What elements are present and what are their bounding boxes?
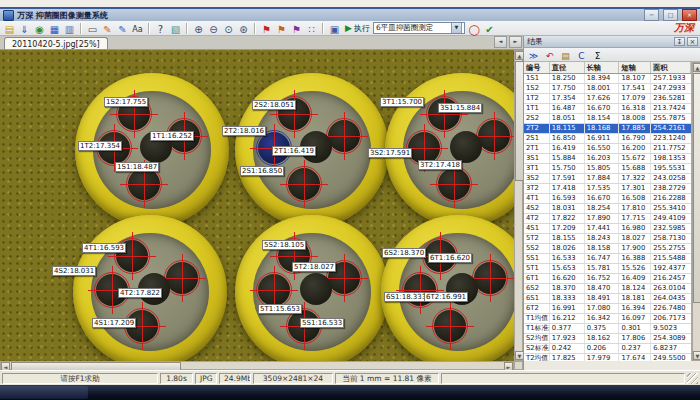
table-row[interactable]: 6S218.37018.47018.124263.0104 [524, 284, 691, 294]
table-row[interactable]: 3S115.88416.20315.672198.1353 [524, 154, 691, 164]
zone-label[interactable]: 2T2:18.016 [222, 126, 266, 136]
table-row[interactable]: 1T217.35417.62617.079236.5281 [524, 94, 691, 104]
zone-label[interactable]: 1T1:16.252 [150, 131, 194, 141]
measure-flag-2-icon[interactable]: ⚑ [274, 22, 289, 35]
circle-tool-icon[interactable]: ◯ [467, 22, 482, 35]
open-image-icon[interactable]: ▤ [2, 22, 17, 35]
zone-label[interactable]: 4T2:17.822 [118, 288, 162, 298]
table-row[interactable]: 2T116.41916.55016.200211.7752 [524, 144, 691, 154]
table-row[interactable]: 4T217.82217.89017.715249.4109 [524, 214, 691, 224]
image-adjust-icon[interactable]: ▧ [168, 22, 183, 35]
zone-label[interactable]: 6T1:16.620 [428, 253, 472, 263]
table-row[interactable]: 1S118.25018.39418.107257.1933 [524, 74, 691, 84]
zoom-out-icon[interactable]: ⊖ [206, 22, 221, 35]
table-row[interactable]: 6T116.62016.75216.409216.2457 [524, 274, 691, 284]
table-row[interactable]: 6T216.99117.08016.394226.7480 [524, 304, 691, 314]
mode-combobox[interactable]: 6平皿抑菌圈测定 ▼ [373, 22, 465, 34]
import-icon[interactable]: ⇓ [17, 22, 32, 35]
page-edit-icon[interactable]: ✎ [115, 22, 130, 35]
execute-button[interactable]: ▶ 执行 [345, 23, 370, 34]
panel-close-icon[interactable]: × [687, 37, 698, 46]
confirm-icon[interactable]: ✔ [482, 22, 497, 35]
table-row[interactable]: 5S218.02618.15817.900255.2755 [524, 244, 691, 254]
panel-scroll-up-icon[interactable]: ▲ [693, 63, 700, 72]
close-button[interactable]: × [682, 9, 697, 21]
chevron-down-icon[interactable]: ▼ [451, 22, 462, 34]
table-row[interactable]: 4T116.59316.67016.508216.2288 [524, 194, 691, 204]
save-icon[interactable]: ▦ [47, 22, 62, 35]
zone-label[interactable]: 1S1:18.487 [115, 162, 159, 172]
tab-scroll-right-icon[interactable]: ► [509, 36, 522, 48]
pin-icon[interactable]: ↧ [674, 37, 685, 46]
table-row[interactable]: 5T115.65315.78115.526192.4377 [524, 264, 691, 274]
print-icon[interactable]: ▭ [85, 22, 100, 35]
zone-label[interactable]: 4S2:18.031 [52, 266, 96, 276]
table-row[interactable]: 2S218.05118.15418.008255.7875 [524, 114, 691, 124]
statistics-sigma-icon[interactable]: Σ [591, 49, 604, 61]
resize-grip[interactable] [687, 373, 698, 384]
scatter-tool-icon[interactable]: ∷ [304, 22, 319, 35]
table-row[interactable]: 1S217.75018.00117.541247.2933 [524, 84, 691, 94]
document-tab[interactable]: 20110420-5.jpg[25%] [4, 37, 108, 49]
zoom-actual-icon[interactable]: ⊙ [221, 22, 236, 35]
table-row[interactable]: 5S116.53316.74716.388215.5488 [524, 254, 691, 264]
table-row[interactable]: 4S117.20917.44116.980232.5985 [524, 224, 691, 234]
table-row[interactable]: S2标准差0.2420.2060.2376.8237 [524, 344, 691, 354]
table-row[interactable]: 1T116.48716.67016.318213.7424 [524, 104, 691, 114]
table-row[interactable]: S2均值17.92318.16217.806254.3089 [524, 334, 691, 344]
panel-scrollbar[interactable]: ▲ ▼ [692, 62, 700, 361]
text-tool-icon[interactable]: Aa [130, 22, 145, 35]
zone-label[interactable]: 3T2:17.418 [418, 160, 462, 170]
table-row[interactable]: T1标准差0.3770.3750.3019.5023 [524, 324, 691, 334]
maximize-button[interactable]: □ [663, 9, 678, 21]
zone-label[interactable]: 4T1:16.593 [82, 243, 126, 253]
undo-icon[interactable]: ↶ [543, 49, 556, 61]
zone-label[interactable]: 5S2:18.105 [262, 240, 306, 250]
screen-tool-icon[interactable]: ▣ [327, 22, 342, 35]
table-row[interactable]: 3T217.41817.53517.301238.2729 [524, 184, 691, 194]
table-row[interactable]: 3S217.59117.88417.322243.0258 [524, 174, 691, 184]
image-horizontal-scrollbar[interactable]: ◄ ► [0, 361, 514, 370]
zone-label[interactable]: 3S1:15.884 [438, 103, 482, 113]
save-as-icon[interactable]: ▥ [62, 22, 77, 35]
image-canvas[interactable]: 1S2:17.7551T1:16.2521T2:17.3541S1:18.487… [0, 50, 514, 361]
table-row[interactable]: 3T115.75015.80515.688195.5531 [524, 164, 691, 174]
acquire-camera-icon[interactable]: ◉ [32, 22, 47, 35]
table-row[interactable]: 2S116.85016.91116.790223.1240 [524, 134, 691, 144]
zoom-in-icon[interactable]: ⊕ [191, 22, 206, 35]
taskbar[interactable] [0, 385, 700, 400]
table-row[interactable]: T1均值16.21216.34216.097206.7173 [524, 314, 691, 324]
export-icon[interactable]: ≫ [527, 49, 540, 61]
measure-flag-1-icon[interactable]: ⚑ [259, 22, 274, 35]
minimize-button[interactable]: ─ [644, 9, 659, 21]
clear-icon[interactable]: C [575, 49, 588, 61]
zone-label[interactable]: 4S1:17.209 [92, 318, 136, 328]
zone-label[interactable]: 5T1:15.653 [258, 304, 302, 314]
zone-label[interactable]: 1S2:17.755 [104, 97, 148, 107]
inhibition-zone[interactable] [300, 273, 332, 305]
help-tool-icon[interactable]: ? [153, 22, 168, 35]
pencil-icon[interactable]: ✎ [100, 22, 115, 35]
table-row[interactable]: T2均值17.82517.97917.674249.5500 [524, 354, 691, 361]
zone-label[interactable]: 6T2:16.991 [424, 292, 468, 302]
zone-label[interactable]: 2S2:18.051 [252, 100, 296, 110]
inhibition-zone[interactable] [450, 131, 482, 163]
measure-flag-3-icon[interactable]: ⚑ [289, 22, 304, 35]
zone-label[interactable]: 2S1:16.850 [240, 166, 284, 176]
table-row[interactable]: 4S218.03118.25417.810255.3410 [524, 204, 691, 214]
panel-scroll-thumb[interactable] [693, 73, 700, 303]
zone-label[interactable]: 6S2:18.370 [382, 248, 426, 258]
table-row[interactable]: 6S118.33318.49118.181264.0435 [524, 294, 691, 304]
report-icon[interactable]: ▤ [559, 49, 572, 61]
zone-label[interactable]: 6S1:18.333 [384, 292, 428, 302]
zone-label[interactable]: 2T1:16.419 [272, 146, 316, 156]
zone-label[interactable]: 5T2:18.027 [292, 262, 336, 272]
zone-label[interactable]: 3S2:17.591 [368, 148, 412, 158]
tab-scroll-left-icon[interactable]: ◄ [494, 36, 507, 48]
zone-label[interactable]: 5S1:16.533 [300, 318, 344, 328]
zoom-area-icon[interactable]: ⊛ [236, 22, 251, 35]
zone-label[interactable]: 3T1:15.700 [380, 97, 424, 107]
image-vertical-scrollbar[interactable]: ▲ ▼ [514, 50, 523, 361]
table-row[interactable]: 5T218.15518.24318.027258.7130 [524, 234, 691, 244]
panel-scroll-down-icon[interactable]: ▼ [693, 351, 700, 360]
